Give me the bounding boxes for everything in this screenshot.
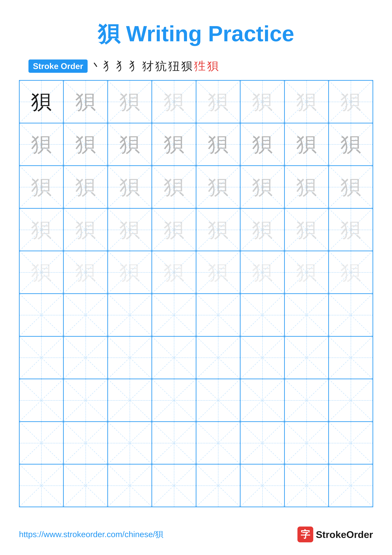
grid-cell[interactable] xyxy=(285,422,329,464)
v-dash-line xyxy=(130,379,130,421)
v-dash-line xyxy=(86,422,86,464)
grid-cell[interactable] xyxy=(328,464,373,507)
page-title: 狽 Writing Practice xyxy=(98,19,294,49)
footer-logo: 字 StrokeOrder xyxy=(297,526,373,542)
grid-cell[interactable] xyxy=(240,464,285,507)
grid-cell[interactable] xyxy=(108,464,152,507)
grid-cell[interactable] xyxy=(328,294,373,336)
grid-cell[interactable] xyxy=(328,379,373,422)
grid-cell: 狽 xyxy=(19,208,64,251)
v-dash-line xyxy=(306,294,307,336)
grid-cell[interactable] xyxy=(240,294,285,336)
grid-cell: 狽 xyxy=(240,80,285,123)
practice-char: 狽 xyxy=(31,91,51,112)
v-dash-line xyxy=(351,422,351,464)
practice-char: 狽 xyxy=(208,91,228,112)
v-dash-line xyxy=(262,337,263,379)
v-dash-line xyxy=(262,379,263,421)
practice-char: 狽 xyxy=(252,134,273,154)
v-dash-line xyxy=(86,465,86,507)
grid-cell[interactable] xyxy=(108,336,152,379)
grid-cell[interactable] xyxy=(196,336,240,379)
grid-cell[interactable] xyxy=(19,336,64,379)
v-dash-line xyxy=(174,465,174,507)
grid-cell[interactable] xyxy=(196,294,240,336)
practice-char: 狽 xyxy=(75,262,96,283)
grid-cell[interactable] xyxy=(108,422,152,464)
stroke-2: 犭 xyxy=(103,58,115,74)
grid-cell[interactable] xyxy=(196,379,240,422)
practice-char: 狽 xyxy=(252,91,273,112)
grid-cell[interactable] xyxy=(240,422,285,464)
practice-char: 狽 xyxy=(341,219,361,240)
v-dash-line xyxy=(41,337,42,379)
v-dash-line xyxy=(306,379,307,421)
grid-cell[interactable] xyxy=(19,464,64,507)
practice-char: 狽 xyxy=(296,91,317,112)
v-dash-line xyxy=(351,465,351,507)
grid-cell[interactable] xyxy=(64,422,108,464)
practice-char: 狽 xyxy=(119,262,140,283)
practice-char: 狽 xyxy=(75,134,96,154)
grid-cell[interactable] xyxy=(285,464,329,507)
grid-cell: 狽 xyxy=(19,80,64,123)
practice-char: 狽 xyxy=(31,177,51,197)
practice-char: 狽 xyxy=(252,262,273,283)
grid-cell[interactable] xyxy=(285,379,329,422)
grid-cell[interactable] xyxy=(152,422,196,464)
grid-cell: 狽 xyxy=(152,251,196,294)
grid-cell: 狽 xyxy=(328,123,373,166)
grid-cell[interactable] xyxy=(108,379,152,422)
grid-cell[interactable] xyxy=(152,464,196,507)
grid-cell[interactable] xyxy=(152,294,196,336)
grid-cell[interactable] xyxy=(240,379,285,422)
grid-cell[interactable] xyxy=(19,422,64,464)
stroke-9: 狌 xyxy=(194,58,206,74)
grid-cell: 狽 xyxy=(285,123,329,166)
footer: https://www.strokeorder.com/chinese/狽 字 … xyxy=(19,526,373,542)
v-dash-line xyxy=(351,379,351,421)
v-dash-line xyxy=(86,294,86,336)
grid-cell[interactable] xyxy=(285,336,329,379)
logo-text: StrokeOrder xyxy=(316,529,373,540)
v-dash-line xyxy=(218,379,218,421)
grid-cell: 狽 xyxy=(240,166,285,208)
practice-char: 狽 xyxy=(296,134,317,154)
grid-cell[interactable] xyxy=(328,422,373,464)
practice-char: 狽 xyxy=(31,134,51,154)
grid-cell: 狽 xyxy=(328,208,373,251)
grid-cell[interactable] xyxy=(240,336,285,379)
grid-cell[interactable] xyxy=(19,379,64,422)
v-dash-line xyxy=(351,337,351,379)
grid-cell[interactable] xyxy=(152,336,196,379)
grid-cell[interactable] xyxy=(19,294,64,336)
grid-cell[interactable] xyxy=(328,336,373,379)
grid-cell[interactable] xyxy=(196,422,240,464)
stroke-order-badge: Stroke Order xyxy=(29,59,88,73)
practice-char: 狽 xyxy=(75,177,96,197)
stroke-7: 狃 xyxy=(168,58,180,74)
practice-char: 狽 xyxy=(341,177,361,197)
grid-cell[interactable] xyxy=(64,379,108,422)
grid-cell[interactable] xyxy=(64,464,108,507)
grid-cell[interactable] xyxy=(285,294,329,336)
grid-cell[interactable] xyxy=(196,464,240,507)
v-dash-line xyxy=(262,294,263,336)
v-dash-line xyxy=(130,422,130,464)
practice-char: 狽 xyxy=(75,91,96,112)
grid-cell[interactable] xyxy=(152,379,196,422)
grid-cell[interactable] xyxy=(108,294,152,336)
stroke-order-row: Stroke Order 丶 犭 犭 犭 犲 犺 狃 狈 狌 狽 xyxy=(29,58,219,74)
practice-char: 狽 xyxy=(164,91,184,112)
v-dash-line xyxy=(86,337,86,379)
v-dash-line xyxy=(130,337,130,379)
stroke-steps: 丶 犭 犭 犭 犲 犺 狃 狈 狌 狽 xyxy=(90,58,219,74)
v-dash-line xyxy=(218,422,218,464)
practice-char: 狽 xyxy=(208,134,228,154)
grid-cell: 狽 xyxy=(64,208,108,251)
grid-cell: 狽 xyxy=(19,251,64,294)
footer-url: https://www.strokeorder.com/chinese/狽 xyxy=(19,529,163,540)
grid-cell[interactable] xyxy=(64,336,108,379)
v-dash-line xyxy=(174,337,174,379)
grid-cell[interactable] xyxy=(64,294,108,336)
